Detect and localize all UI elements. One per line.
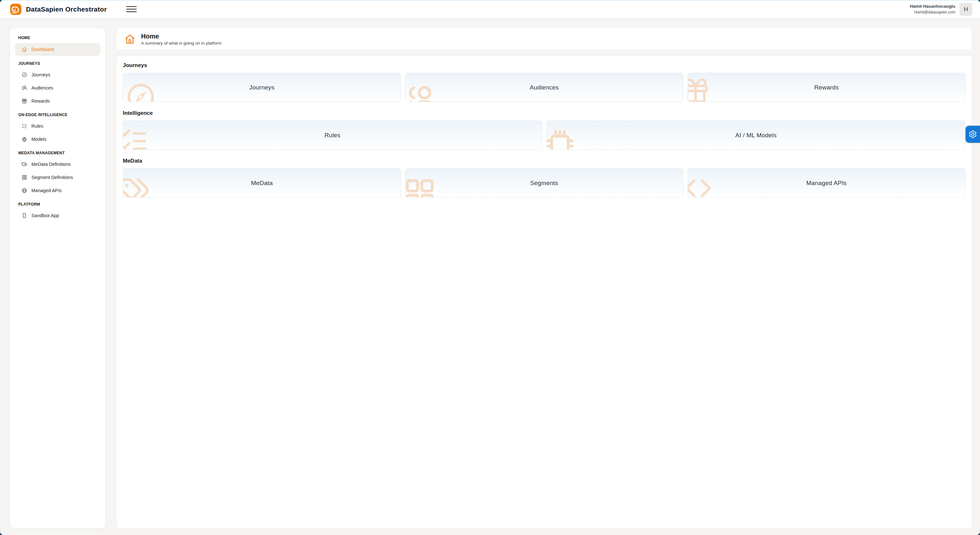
sidebar-item-label: Audiences <box>32 85 53 91</box>
tile-medata[interactable]: MeData <box>123 169 401 197</box>
sidebar-item-models[interactable]: Models <box>15 133 100 145</box>
dashboard-panel: Journeys Journeys Audiences <box>116 55 972 529</box>
user-email: Hamit@datasapien.com <box>910 10 955 15</box>
grid-icon <box>21 175 27 180</box>
user-info: Hamit Hasanhocaoglu Hamit@datasapien.com… <box>910 3 972 16</box>
tile-label: MeData <box>123 169 401 197</box>
nav-section-label-home: HOME <box>18 36 97 40</box>
tile-label: Rules <box>123 121 542 150</box>
tile-row-medata: MeData Segments Managed APIs <box>123 169 966 197</box>
sidebar-item-label: Models <box>32 137 46 142</box>
nav-section-label-on-edge-intelligence: ON-EDGE INTELLIGENCE <box>18 113 97 117</box>
checklist-icon <box>21 123 27 129</box>
sidebar-item-label: Dashboard <box>32 47 54 52</box>
sidebar-item-label: Journeys <box>32 72 50 77</box>
smartphone-icon <box>21 213 27 218</box>
sidebar-item-label: Segment Definitions <box>32 175 73 180</box>
nav-section-label-medata-management: MEDATA MANAGEMENT <box>18 151 97 155</box>
app-window: DataSapien Orchestrator Hamit Hasanhocao… <box>0 0 980 535</box>
sidebar-item-rules[interactable]: Rules <box>15 120 100 132</box>
sidebar-item-sandbox-app[interactable]: Sandbox App <box>15 209 100 221</box>
home-icon <box>21 46 27 52</box>
section-title-journeys: Journeys <box>123 62 966 68</box>
users-icon <box>21 85 27 91</box>
sidebar-item-journeys[interactable]: Journeys <box>15 68 100 81</box>
page-subtitle: A summary of what is going on in platfor… <box>141 41 221 46</box>
tile-journeys[interactable]: Journeys <box>123 73 401 102</box>
main-area: Home A summary of what is going on in pl… <box>116 27 972 529</box>
tile-row-journeys: Journeys Audiences Rewards <box>123 73 966 102</box>
tile-audiences[interactable]: Audiences <box>405 73 683 102</box>
sidebar-item-segment-definitions[interactable]: Segment Definitions <box>15 171 100 183</box>
sidebar-item-label: MeData Definitions <box>32 162 71 167</box>
tile-label: Journeys <box>123 73 401 102</box>
tile-segments[interactable]: Segments <box>405 169 683 197</box>
avatar[interactable]: H <box>959 3 972 16</box>
home-icon <box>124 33 136 45</box>
page-title: Home <box>141 32 221 40</box>
sidebar-item-audiences[interactable]: Audiences <box>15 82 100 94</box>
nav-section-label-journeys: JOURNEYS <box>18 61 97 66</box>
tile-label: Audiences <box>405 73 683 102</box>
sidebar: HOME Dashboard JOURNEYS Journeys Audienc… <box>10 27 106 529</box>
page-header-card: Home A summary of what is going on in pl… <box>116 27 972 50</box>
sidebar-item-label: Rules <box>32 124 43 129</box>
tile-label: Rewards <box>688 73 965 102</box>
gift-icon <box>21 98 27 104</box>
section-title-medata: MeData <box>123 158 966 164</box>
app-title: DataSapien Orchestrator <box>26 5 107 13</box>
tile-rewards[interactable]: Rewards <box>687 73 966 102</box>
datasapien-logo-icon <box>10 3 22 15</box>
globe-icon <box>21 188 27 193</box>
content-area: HOME Dashboard JOURNEYS Journeys Audienc… <box>0 19 980 535</box>
settings-button[interactable] <box>966 126 980 143</box>
hamburger-menu-button[interactable] <box>126 5 137 14</box>
tile-label: Managed APIs <box>688 169 965 197</box>
sidebar-item-managed-apis[interactable]: Managed APIs <box>15 185 100 197</box>
sidebar-item-medata-definitions[interactable]: MeData Definitions <box>15 158 100 170</box>
ai-chip-icon <box>21 136 27 142</box>
sidebar-item-rewards[interactable]: Rewards <box>15 95 100 107</box>
sidebar-item-label: Rewards <box>32 99 50 103</box>
tile-label: Segments <box>405 169 683 197</box>
header: DataSapien Orchestrator Hamit Hasanhocao… <box>0 0 980 19</box>
tile-rules[interactable]: Rules <box>123 121 542 150</box>
compass-icon <box>21 72 27 78</box>
tile-ai-ml-models[interactable]: AI / ML Models <box>546 121 966 150</box>
user-name: Hamit Hasanhocaoglu <box>910 3 955 9</box>
section-title-intelligence: Intelligence <box>123 110 966 116</box>
sidebar-item-label: Managed APIs <box>32 188 62 193</box>
tile-row-intelligence: Rules AI / ML Models <box>123 121 966 150</box>
tag-icon <box>21 161 27 167</box>
nav-section-label-platform: PLATFORM <box>18 202 97 207</box>
sidebar-item-dashboard[interactable]: Dashboard <box>15 43 100 56</box>
sidebar-item-label: Sandbox App <box>32 213 59 218</box>
gear-icon <box>969 130 977 139</box>
tile-managed-apis[interactable]: Managed APIs <box>687 169 966 197</box>
tile-label: AI / ML Models <box>547 121 966 150</box>
